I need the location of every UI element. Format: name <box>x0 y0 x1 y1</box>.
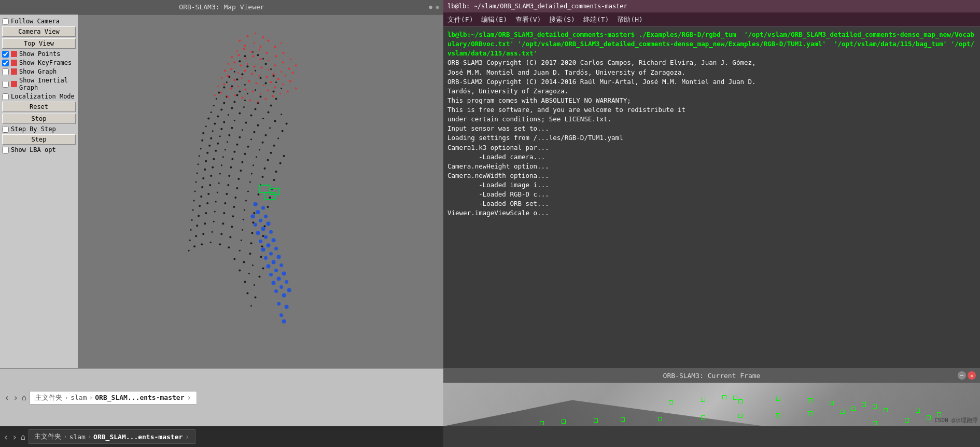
keypoint <box>701 398 705 402</box>
svg-point-199 <box>255 33 256 34</box>
svg-point-216 <box>259 58 261 60</box>
step-by-step-checkbox[interactable]: Step By Step <box>2 125 76 133</box>
svg-point-215 <box>252 55 254 57</box>
menu-file[interactable]: 文件(F) <box>447 15 473 24</box>
terminal-line: Loading settings from /...les/RGB-D/TUM1… <box>447 133 976 143</box>
terminal-line: José M.M. Montiel and Juan D. Tardós, Un… <box>447 68 976 77</box>
svg-point-261 <box>282 83 284 85</box>
svg-point-44 <box>281 114 282 115</box>
svg-point-276 <box>261 206 265 210</box>
svg-point-291 <box>261 247 265 252</box>
terminal-content[interactable]: lb@lb:~/slam/ORB_SLAM3_detailed_comments… <box>443 27 980 368</box>
svg-point-236 <box>266 76 268 78</box>
terminal-line: -Loaded ORB set... <box>447 199 976 208</box>
sb-path-master[interactable]: ORB_SLAM...ents-master <box>93 433 183 441</box>
path-master[interactable]: ORB_SLAM...ents-master <box>95 394 184 401</box>
svg-point-239 <box>288 67 290 69</box>
svg-point-149 <box>191 219 193 221</box>
nav-back[interactable]: ‹ <box>3 431 9 442</box>
svg-point-259 <box>267 89 269 91</box>
svg-point-145 <box>233 206 235 208</box>
svg-point-55 <box>223 121 225 123</box>
taskbar-nav-forward[interactable]: › <box>13 392 19 403</box>
show-lba-opt-checkbox[interactable]: Show LBA opt <box>2 146 76 153</box>
svg-point-258 <box>260 93 261 94</box>
svg-point-87 <box>206 152 208 154</box>
show-graph-color <box>11 68 17 75</box>
svg-point-79 <box>217 143 219 145</box>
svg-point-244 <box>241 77 243 79</box>
taskbar-nav-back[interactable]: ‹ <box>4 392 10 403</box>
svg-point-118 <box>237 178 240 180</box>
menu-edit[interactable]: 编辑(E) <box>481 15 507 24</box>
svg-point-287 <box>272 238 276 242</box>
keypoint <box>884 408 888 412</box>
terminal-line: -Loaded camera... <box>447 152 976 162</box>
close-button[interactable]: ✕ <box>968 371 976 380</box>
svg-point-247 <box>263 85 264 86</box>
svg-point-137 <box>245 200 247 202</box>
svg-point-230 <box>224 69 226 72</box>
taskbar-nav-up[interactable]: ⌂ <box>22 393 27 402</box>
svg-point-310 <box>279 313 283 317</box>
svg-point-89 <box>225 149 226 150</box>
svg-point-103 <box>275 171 277 173</box>
svg-point-188 <box>262 267 264 269</box>
keypoint <box>916 409 920 413</box>
svg-point-189 <box>239 269 241 271</box>
svg-point-69 <box>201 139 203 142</box>
show-graph-checkbox[interactable]: Show Graph <box>2 68 76 75</box>
svg-point-289 <box>267 243 271 247</box>
menu-search[interactable]: 搜索(S) <box>549 15 575 24</box>
camera-view-button[interactable]: Camera View <box>2 26 76 37</box>
svg-point-294 <box>264 256 268 260</box>
svg-point-250 <box>285 75 286 77</box>
svg-point-18 <box>231 85 233 87</box>
keypoint <box>562 420 566 424</box>
sb-path-home[interactable]: 主文件夹 <box>34 432 61 441</box>
sb-path-slam[interactable]: slam <box>69 433 86 441</box>
keypoint <box>733 396 737 400</box>
minimize-button[interactable]: ─ <box>958 371 966 380</box>
top-view-button[interactable]: Top View <box>2 38 76 49</box>
svg-point-288 <box>259 240 262 243</box>
svg-point-263 <box>214 94 216 96</box>
localization-mode-checkbox[interactable]: Localization Mode <box>2 93 76 100</box>
stop-button[interactable]: Stop <box>2 114 76 124</box>
svg-point-123 <box>201 186 203 188</box>
svg-point-297 <box>267 264 271 268</box>
svg-point-229 <box>290 59 291 60</box>
svg-point-309 <box>285 305 289 309</box>
svg-point-53 <box>205 125 207 127</box>
show-inertial-graph-checkbox[interactable]: Show Inertial Graph <box>2 77 76 91</box>
map-canvas[interactable] <box>78 15 443 368</box>
reset-button[interactable]: Reset <box>2 102 76 112</box>
keypoint <box>873 404 877 409</box>
svg-point-302 <box>285 280 288 284</box>
svg-point-155 <box>243 219 244 220</box>
step-button[interactable]: Step <box>2 134 76 145</box>
path-home[interactable]: 主文件夹 <box>35 393 62 402</box>
svg-point-58 <box>257 124 259 127</box>
map-viewer-window-controls: ● ◉ <box>429 4 439 10</box>
svg-point-21 <box>281 88 282 89</box>
show-keyframes-checkbox[interactable]: Show KeyFrames <box>2 59 76 66</box>
nav-forward[interactable]: › <box>12 431 18 442</box>
keypoint <box>808 398 813 402</box>
follow-camera-checkbox[interactable]: Follow Camera <box>2 18 76 25</box>
nav-up[interactable]: ⌂ <box>21 432 26 442</box>
menu-help[interactable]: 帮助(H) <box>617 15 642 24</box>
svg-point-133 <box>207 193 209 195</box>
show-points-checkbox[interactable]: Show Points <box>2 50 76 58</box>
path-slam[interactable]: slam <box>71 394 87 401</box>
svg-point-213 <box>237 54 240 56</box>
svg-point-269 <box>257 101 259 103</box>
menu-view[interactable]: 查看(V) <box>515 15 541 24</box>
svg-point-132 <box>200 195 202 198</box>
svg-point-279 <box>250 214 255 218</box>
svg-point-300 <box>269 273 273 276</box>
svg-point-144 <box>224 202 226 204</box>
svg-point-282 <box>254 223 257 227</box>
svg-point-61 <box>202 132 204 134</box>
menu-terminal[interactable]: 终端(T) <box>583 15 609 24</box>
